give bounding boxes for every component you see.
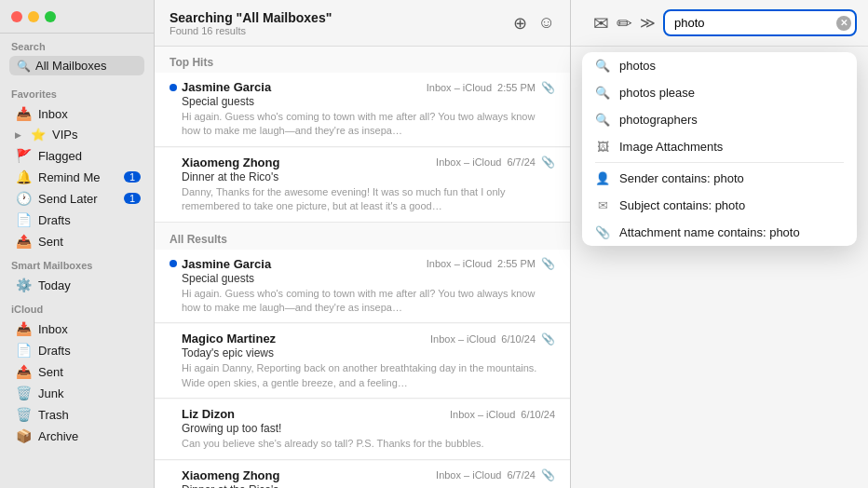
autocomplete-text: Subject contains: photo (619, 198, 844, 212)
mail-sender-row: Xiaomeng Zhong (170, 156, 436, 169)
autocomplete-text: Image Attachments (619, 140, 844, 154)
mail-item[interactable]: Xiaomeng Zhong Inbox – iCloud 6/7/24 📎 D… (155, 148, 570, 223)
autocomplete-item-sender[interactable]: 👤 Sender contains: photo (582, 165, 857, 192)
autocomplete-dropdown: 🔍 photos 🔍 photos please 🔍 photographers… (582, 52, 857, 246)
mail-item-header: Xiaomeng Zhong Inbox – iCloud 6/7/24 📎 (170, 468, 555, 482)
autocomplete-text: photos please (619, 86, 844, 100)
sidebar-item-icloud-trash[interactable]: 🗑️ Trash (4, 404, 150, 425)
sidebar-send-later-label: Send Later (38, 192, 117, 206)
mail-time: 2:55 PM (497, 258, 536, 269)
toolbar: ✉ ✏ ≫ ✕ 🔍 photos 🔍 photos please (570, 0, 868, 488)
sidebar-item-icloud-archive[interactable]: 📦 Archive (4, 426, 150, 446)
drafts-icon: 📄 (15, 212, 32, 227)
mail-time: 6/7/24 (507, 156, 536, 168)
compose-button[interactable]: ✉ (593, 12, 609, 34)
mail-item[interactable]: Magico Martinez Inbox – iCloud 6/10/24 📎… (155, 324, 570, 399)
sidebar-item-sent[interactable]: 📤 Sent (4, 231, 150, 251)
sidebar-item-inbox[interactable]: 📥 Inbox (4, 103, 150, 124)
autocomplete-item-subject[interactable]: ✉ Subject contains: photo (582, 192, 857, 219)
add-button[interactable]: ⊕ (513, 13, 527, 34)
autocomplete-item-attachment-name[interactable]: 📎 Attachment name contains: photo (582, 219, 857, 246)
sidebar-item-vips[interactable]: ▶ ⭐ VIPs (4, 125, 150, 144)
search-icon: 🔍 (595, 59, 610, 73)
search-input[interactable] (663, 9, 857, 36)
mail-meta: Inbox – iCloud 6/7/24 📎 (436, 156, 555, 169)
mail-item-header: Xiaomeng Zhong Inbox – iCloud 6/7/24 📎 (170, 156, 555, 169)
sidebar-search-box[interactable]: 🔍 All Mailboxes (9, 56, 144, 75)
attachment-icon: 📎 (541, 332, 555, 346)
show-more-button[interactable]: ≫ (640, 14, 656, 32)
sidebar-search-label: Search (9, 41, 144, 52)
mail-subject: Growing up too fast! (170, 422, 555, 435)
mail-subject: Special guests (170, 272, 555, 285)
today-icon: ⚙️ (15, 278, 32, 292)
mail-sender: Xiaomeng Zhong (182, 156, 279, 169)
sidebar-icloud-archive-label: Archive (38, 429, 141, 443)
search-icon: 🔍 (595, 86, 610, 100)
mail-time: 6/10/24 (521, 409, 555, 420)
person-icon: 👤 (595, 171, 610, 185)
mail-sender-row: Magico Martinez (170, 332, 430, 346)
main-header: Searching "All Mailboxes" Found 16 resul… (155, 0, 570, 47)
mail-time: 2:55 PM (497, 82, 536, 93)
sidebar-item-icloud-junk[interactable]: 🗑️ Junk (4, 383, 150, 403)
send-later-badge: 1 (124, 193, 141, 204)
mail-subject: Today's epic views (170, 346, 555, 359)
toolbar-top: ✉ ✏ ≫ ✕ (571, 0, 868, 47)
sidebar-item-send-later[interactable]: 🕐 Send Later 1 (4, 188, 150, 209)
icloud-drafts-icon: 📄 (15, 343, 32, 358)
attachment-icon: 📎 (541, 257, 555, 270)
sidebar-sent-label: Sent (38, 235, 141, 249)
mail-sender: Jasmine Garcia (182, 257, 271, 271)
search-clear-button[interactable]: ✕ (836, 16, 851, 31)
mail-item[interactable]: Jasmine Garcia Inbox – iCloud 2:55 PM 📎 … (155, 250, 570, 324)
mail-item-header: Jasmine Garcia Inbox – iCloud 2:55 PM 📎 (170, 257, 555, 271)
autocomplete-item-image-attachments[interactable]: 🖼 Image Attachments (582, 133, 857, 160)
mail-subject: Dinner at the Rico's (170, 483, 555, 488)
mail-item-header: Jasmine Garcia Inbox – iCloud 2:55 PM 📎 (170, 80, 555, 94)
mail-item[interactable]: Liz Dizon Inbox – iCloud 6/10/24 Growing… (155, 400, 570, 459)
mail-time: 6/7/24 (507, 469, 536, 481)
filter-button[interactable]: ☺ (538, 13, 555, 33)
favorites-label: Favorites (0, 81, 154, 102)
autocomplete-item-photographers[interactable]: 🔍 photographers (582, 106, 857, 133)
maximize-button[interactable] (45, 11, 56, 22)
mail-time: 6/10/24 (501, 333, 536, 345)
main-subtitle: Found 16 results (170, 25, 513, 36)
sidebar-item-today[interactable]: ⚙️ Today (4, 275, 150, 295)
mailbox-label: Inbox – iCloud (427, 82, 492, 93)
mail-sender: Magico Martinez (182, 332, 276, 346)
sidebar-item-remind-me[interactable]: 🔔 Remind Me 1 (4, 167, 150, 187)
envelope-icon: ✉ (595, 198, 610, 212)
mail-item[interactable]: Jasmine Garcia Inbox – iCloud 2:55 PM 📎 … (155, 73, 570, 147)
unread-dot (170, 84, 177, 91)
chevron-right-icon: ▶ (15, 130, 24, 140)
mail-meta: Inbox – iCloud 6/10/24 📎 (430, 332, 555, 346)
minimize-button[interactable] (28, 11, 39, 22)
close-button[interactable] (11, 11, 22, 22)
sidebar: Search 🔍 All Mailboxes Favorites 📥 Inbox… (0, 0, 155, 488)
remind-me-badge: 1 (124, 171, 141, 183)
sidebar-item-drafts[interactable]: 📄 Drafts (4, 210, 150, 230)
sidebar-item-icloud-inbox[interactable]: 📥 Inbox (4, 319, 150, 339)
mail-preview: Can you believe she's already so tall? P… (170, 437, 555, 451)
sent-icon: 📤 (15, 234, 32, 249)
autocomplete-text: photos (619, 59, 844, 73)
header-actions: ⊕ ☺ (513, 13, 555, 34)
new-note-button[interactable]: ✏ (617, 12, 632, 34)
sidebar-search-section: Search 🔍 All Mailboxes (0, 34, 154, 81)
sidebar-item-icloud-drafts[interactable]: 📄 Drafts (4, 340, 150, 360)
autocomplete-item-photos-please[interactable]: 🔍 photos please (582, 79, 857, 106)
sidebar-item-flagged[interactable]: 🚩 Flagged (4, 145, 150, 166)
mailbox-label: Inbox – iCloud (430, 333, 495, 345)
smart-mailboxes-label: Smart Mailboxes (0, 252, 154, 274)
autocomplete-item-photos[interactable]: 🔍 photos (582, 52, 857, 79)
autocomplete-text: photographers (619, 113, 844, 127)
search-icon: 🔍 (595, 113, 610, 127)
sidebar-item-icloud-sent[interactable]: 📤 Sent (4, 361, 150, 382)
icloud-sent-icon: 📤 (15, 364, 32, 379)
mail-item[interactable]: Xiaomeng Zhong Inbox – iCloud 6/7/24 📎 D… (155, 461, 570, 488)
search-container: ✕ (663, 9, 857, 36)
mail-subject: Dinner at the Rico's (170, 170, 555, 183)
clock-icon: 🕐 (15, 191, 32, 206)
